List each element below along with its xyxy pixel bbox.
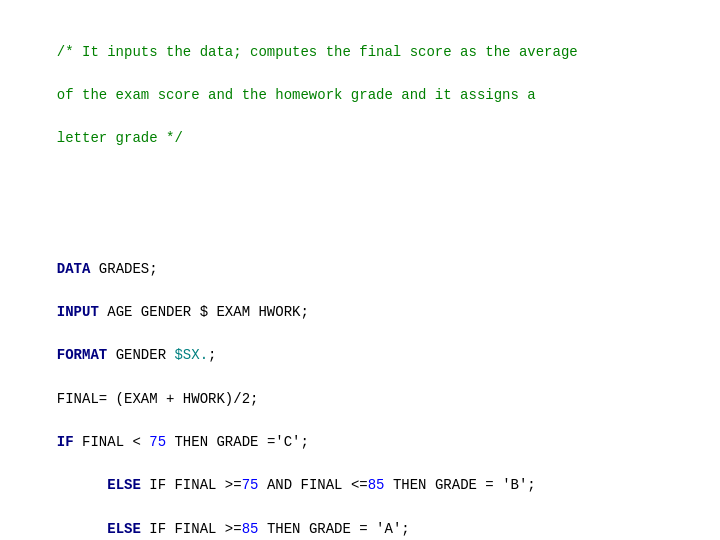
then-b: THEN GRADE = 'B';: [385, 477, 536, 493]
code-display: /* It inputs the data; computes the fina…: [40, 20, 680, 540]
keyword-data: DATA: [57, 261, 91, 277]
else2-if: IF FINAL >=: [141, 521, 242, 537]
then-c: THEN GRADE ='C';: [166, 434, 309, 450]
else1-indent: [57, 477, 107, 493]
keyword-else2: ELSE: [107, 521, 141, 537]
if-condition: FINAL <: [74, 434, 150, 450]
input-vars: AGE GENDER $ EXAM HWORK;: [99, 304, 309, 320]
comment-line1: /* It inputs the data; computes the fina…: [57, 44, 578, 60]
data-grades: GRADES;: [90, 261, 157, 277]
format-dollar: $SX.: [174, 347, 208, 363]
number-85a: 85: [368, 477, 385, 493]
else1-if: IF FINAL >=: [141, 477, 242, 493]
final-line: FINAL= (EXAM + HWORK)/2;: [57, 391, 259, 407]
keyword-format: FORMAT: [57, 347, 107, 363]
number-75b: 75: [242, 477, 259, 493]
number-75a: 75: [149, 434, 166, 450]
then-a: THEN GRADE = 'A';: [258, 521, 409, 537]
keyword-input: INPUT: [57, 304, 99, 320]
format-gender: GENDER: [107, 347, 174, 363]
number-85b: 85: [242, 521, 259, 537]
and-text: AND FINAL <=: [258, 477, 367, 493]
comment-line2: of the exam score and the homework grade…: [57, 87, 536, 103]
comment-line3: letter grade */: [57, 130, 183, 146]
format-semi: ;: [208, 347, 216, 363]
else2-indent: [57, 521, 107, 537]
keyword-else1: ELSE: [107, 477, 141, 493]
keyword-if: IF: [57, 434, 74, 450]
